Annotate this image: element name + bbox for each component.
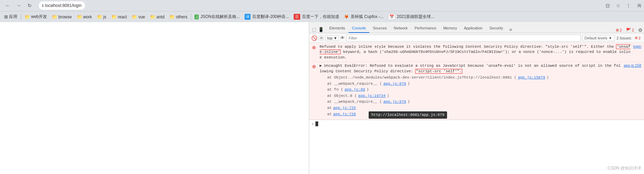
stack-line-2: at __webpack_require__ (app.js:679)	[327, 81, 641, 87]
separator2	[191, 14, 191, 20]
console-output: ⊗ Refused to apply inline style because …	[309, 43, 644, 174]
tab-performance[interactable]: Performance	[411, 24, 440, 33]
watermark: CSDN @知识洋洋	[607, 165, 641, 171]
highlight-unsafe-inline: 'unsafe-inline'	[320, 44, 631, 54]
stack-line-1: at Object../node_modules/webpack-dev-ser…	[327, 75, 641, 81]
tab-memory[interactable]: Memory	[440, 24, 461, 33]
stack-line-6: at app.js:725	[327, 105, 641, 111]
error-file-1[interactable]: login	[633, 44, 641, 48]
stack-link-2[interactable]: app.js:679	[383, 81, 406, 87]
bookmark-work[interactable]: 📁 work	[75, 13, 94, 20]
tab-console[interactable]: Console	[349, 24, 369, 33]
tab-sources[interactable]: Sources	[369, 24, 390, 33]
console-error-1: ⊗ Refused to apply inline style because …	[309, 43, 644, 62]
tab-network[interactable]: Network	[390, 24, 411, 33]
refresh-button[interactable]: ↻	[25, 1, 35, 10]
error-badge: ⊗ 2	[614, 27, 623, 33]
bookmark-json[interactable]: J JSON在线解析及格...	[192, 13, 242, 20]
stack-link-6[interactable]: app.js:725	[333, 105, 356, 111]
settings-button[interactable]: ⋮	[624, 1, 633, 10]
bookmark-antd[interactable]: 📁 antd	[148, 13, 167, 20]
others-label: others	[176, 15, 187, 19]
bookmark-browse[interactable]: 📁 browse	[50, 13, 74, 20]
devtools-device[interactable]: 📱	[318, 26, 324, 33]
url-text: localhost:8081/login	[45, 3, 82, 8]
stack-line-4: at Object.0 (app.js:19734)	[327, 93, 641, 99]
bookmark-lol[interactable]: 📅 2021英雄联盟全球...	[386, 13, 437, 20]
error-text-2: ▶ Uncaught EvalError: Refused to evaluat…	[320, 63, 621, 74]
top-selector[interactable]: top ▼	[325, 35, 339, 41]
filter-input[interactable]	[346, 35, 581, 42]
issues-label: 2 Issues:	[617, 36, 632, 40]
error-icon-2: ⊗	[312, 64, 318, 69]
tooltip: http://localhost:8081/app.js:679	[369, 111, 447, 119]
cursor-blink	[315, 121, 318, 126]
more-tabs-button[interactable]: »	[507, 26, 514, 33]
error-text-1: Refused to apply inline style because it…	[320, 44, 631, 60]
back-button[interactable]: ←	[3, 1, 12, 10]
bookmark-baidu[interactable]: 百 百度一下，你就知道	[292, 13, 341, 20]
stack-link-3[interactable]: app.js:89	[344, 87, 365, 93]
console-prompt[interactable]: ›	[309, 120, 644, 128]
bookmark-others[interactable]: 📁 others	[167, 13, 189, 20]
bookmarks-bar: ⊞ 应用 📁 web开发 📁 browse 📁 work 📁 js 📁 reac…	[0, 11, 644, 22]
bookmark-cupfox[interactable]: 🦊 茶杯狐 Cupfox -...	[342, 13, 386, 20]
stack-link-1[interactable]: app.js:15879	[518, 75, 545, 81]
devtools-panel: ⬚ 📱 Elements Console Sources Network Per…	[309, 22, 644, 174]
stack-line-3: at fn (app.js:89)	[327, 87, 641, 93]
default-levels-dropdown[interactable]: Default levels ▼	[582, 35, 615, 41]
stack-link-5[interactable]: app.js:679	[383, 99, 406, 105]
forward-button[interactable]: →	[14, 1, 23, 10]
separator	[21, 14, 21, 20]
page-area	[0, 22, 309, 174]
stack-link-7[interactable]: app.js:728	[333, 111, 356, 118]
error-file-2[interactable]: app.js:158	[624, 63, 641, 67]
devtools-tabs: ⬚ 📱 Elements Console Sources Network Per…	[309, 22, 644, 33]
stack-link-4[interactable]: app.js:19734	[358, 93, 386, 99]
bookmark-vue[interactable]: 📁 vue	[130, 13, 147, 20]
bookmark-react[interactable]: 📁 react	[109, 13, 129, 20]
stack-line-7: at app.js:728 http://localhost:8081/app.…	[327, 111, 641, 118]
bookmark-apps[interactable]: ⊞ 应用	[2, 13, 19, 20]
console-error-2: ⊗ ▶ Uncaught EvalError: Refused to evalu…	[309, 62, 644, 120]
bookmark-webdev[interactable]: 📁 web开发	[22, 13, 49, 20]
devtools-settings[interactable]: ⚙	[638, 27, 643, 33]
address-bar[interactable]: ℹ localhost:8081/login	[39, 1, 85, 10]
bookmark-js[interactable]: 📁 js	[95, 13, 108, 20]
eye-button[interactable]: 👁	[340, 35, 345, 40]
tab-elements[interactable]: Elements	[326, 24, 349, 33]
error-icon-1: ⊗	[312, 45, 318, 50]
warning-badge: 🚩 2	[625, 27, 635, 33]
stack-trace: at Object../node_modules/webpack-dev-ser…	[320, 74, 641, 118]
bookmark-button[interactable]: ☆	[614, 1, 622, 10]
stack-line-5: at __webpack_require__ (app.js:679)	[327, 99, 641, 105]
apps-label: 应用	[9, 14, 17, 20]
bookmark-baidu-fanyi[interactable]: 译 百度翻译-200种语...	[243, 13, 291, 20]
browser-menu: 阅	[637, 3, 641, 8]
stop-button[interactable]: ⊘	[319, 35, 324, 41]
error-content-2: ▶ Uncaught EvalError: Refused to evaluat…	[320, 63, 641, 118]
issues-error-badge: ⊗ 2	[633, 35, 642, 40]
tab-application[interactable]: Application	[461, 24, 486, 33]
tab-security[interactable]: Security	[486, 24, 506, 33]
clear-console-button[interactable]: 🚫	[311, 35, 317, 41]
extensions-button[interactable]: ⊡	[604, 1, 612, 10]
prompt-arrow: ›	[312, 121, 313, 126]
console-toolbar: 🚫 ⊘ top ▼ 👁 Default levels ▼ 2 Issues: ⊗…	[309, 33, 644, 43]
devtools-inspect[interactable]: ⬚	[311, 26, 318, 33]
highlight-script-src: "script-src 'self'".	[415, 69, 462, 74]
